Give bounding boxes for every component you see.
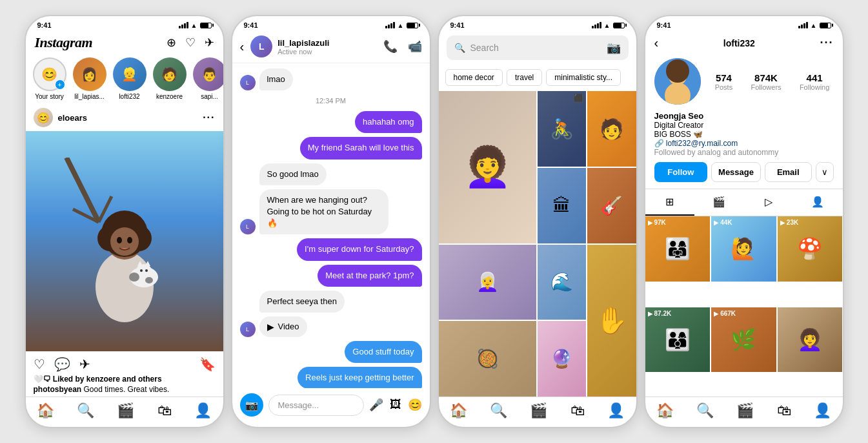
story-item-1[interactable]: 👩 lil_lapias... [72,57,107,100]
camera-button[interactable]: 📷 [240,393,263,417]
mic-icon[interactable]: 🎤 [369,398,383,412]
add-icon[interactable]: ⊕ [167,36,176,50]
like-button[interactable]: ♡ [34,356,45,372]
phones-container: 9:41 ▲ Instagram ⊕ ♡ ✈ [12,2,857,441]
tab-saved[interactable]: 👤 [793,189,843,216]
video-bubble[interactable]: ▶ Video [259,316,307,337]
nav-home-4[interactable]: 🏠 [656,402,674,419]
nav-shop-3[interactable]: 🛍 [570,402,585,419]
profile-back-button[interactable]: ‹ [654,36,659,50]
nav-shop-4[interactable]: 🛍 [777,402,791,419]
grid-cell-1[interactable]: 👩‍🦱 [439,91,536,243]
tab-grid[interactable]: ⊞ [645,189,695,216]
your-story-item[interactable]: 😊 + Your story [32,57,67,100]
image-icon[interactable]: 🖼 [390,398,401,412]
nav-search-3[interactable]: 🔍 [490,402,507,419]
profile-grid-cell-4[interactable]: 👨‍👩‍👦 ▶87.2K [645,307,711,373]
story-item-2[interactable]: 👱 lofti232 [112,57,147,100]
email-button[interactable]: Email [765,162,812,182]
voice-call-button[interactable]: 📞 [383,39,398,54]
grid-cell-10[interactable]: 🔮 [538,321,587,397]
phone-profile: 9:41 ▲ ‹ lofti232 ··· [644,15,844,428]
grid-cell-6[interactable]: 👩‍🦳 [439,245,536,320]
signal-icon-4 [798,22,808,28]
time-2: 9:41 [244,21,258,29]
save-button[interactable]: 🔖 [199,356,216,372]
wifi-icon-2: ▲ [398,22,404,29]
instagram-logo: Instagram [35,34,93,51]
grid-cell-8[interactable]: ✋ [587,245,636,397]
emoji-icon[interactable]: 😊 [408,398,422,412]
tab-reels[interactable]: 🎬 [694,189,744,216]
nav-profile-4[interactable]: 👤 [814,402,831,419]
filter-tab-travel[interactable]: travel [507,69,542,86]
story-item-4[interactable]: 👨 sapi... [192,57,223,100]
message-row-0: L lmao [240,68,422,90]
share-button[interactable]: ✈ [79,356,90,372]
story-item-3[interactable]: 🧑 kenzoere [152,57,187,100]
nav-search-4[interactable]: 🔍 [696,402,714,419]
phone-dm: 9:41 ▲ ‹ L lil_lapislazuli Active now [231,15,431,428]
dm-icon[interactable]: ✈ [205,36,214,50]
battery-icon-3 [613,23,625,28]
bottom-nav-4: 🏠 🔍 🎬 🛍 👤 [645,397,843,427]
more-icon[interactable]: ··· [203,112,215,123]
profile-grid-cell-5[interactable]: 🌿 ▶667K [711,307,776,373]
tab-tagged[interactable]: ▷ [744,189,794,216]
grid-cell-7[interactable]: 🌊 [538,245,587,320]
story-avatar-1: 👩 [73,57,106,91]
profile-more-button[interactable]: ··· [820,36,833,50]
nav-home-3[interactable]: 🏠 [450,402,467,419]
post-avatar: 😊 [34,108,53,127]
chevron-button[interactable]: ∨ [816,162,834,182]
grid-cell-3[interactable]: 🧑 [587,91,636,167]
reel-play-3: ▶23K [780,219,798,226]
message-button[interactable]: Message [711,162,761,182]
nav-profile-3[interactable]: 👤 [607,402,625,419]
heart-icon[interactable]: ♡ [185,36,196,50]
profile-grid-cell-1[interactable]: 👨‍👩‍👧 ▶97K [645,216,711,282]
nav-shop[interactable]: 🛍 [157,402,172,419]
video-call-button[interactable]: 📹 [408,39,422,54]
stat-followers: 874K Followers [751,72,781,91]
dm-user-info[interactable]: L lil_lapislazuli Active now [250,36,376,57]
profile-grid-cell-3[interactable]: 🍄 ▶23K [778,216,843,282]
post-user[interactable]: 😊 eloears [34,108,88,127]
profile-grid-cell-2[interactable]: 🙋 ▶44K [711,216,776,282]
nav-profile[interactable]: 👤 [194,402,212,419]
profile-grid: 👨‍👩‍👧 ▶97K 🙋 ▶44K 🍄 ▶23K 👨‍👩‍👦 ▶87.2K 🌿 … [645,216,843,397]
profile-info: 574 Posts 874K Followers 441 Following [645,56,843,111]
video-label: Video [278,322,299,331]
message-row-4: So good lmao [240,163,422,185]
nav-reels[interactable]: 🎬 [117,402,134,419]
message-bubble-4: So good lmao [259,163,327,185]
bio-boss: BIG BOSS 🦋 [654,130,834,139]
grid-cell-9[interactable]: 🥘 [439,321,536,397]
followers-label: Followers [751,83,781,91]
nav-reels-4[interactable]: 🎬 [736,402,754,419]
message-row-2: hahahah omg [240,111,422,133]
grid-cell-5[interactable]: 🎸 [587,168,636,243]
bio-email[interactable]: 🔗 lofti232@ry.mail.com [654,139,834,148]
search-bar[interactable]: 🔍 Search 📷 [447,36,629,60]
add-story-button[interactable]: + [55,79,65,90]
grid-cell-4[interactable]: 🏛 [538,168,587,243]
status-icons-3: ▲ [592,22,625,29]
back-button[interactable]: ‹ [240,39,245,54]
nav-home[interactable]: 🏠 [37,402,54,419]
grid-cell-2[interactable]: 🚴 ⬛ [538,91,587,167]
story-avatar-3: 🧑 [153,57,187,91]
follow-button[interactable]: Follow [654,162,708,182]
filter-tab-home-decor[interactable]: home decor [445,69,503,86]
filter-tab-minimalistic[interactable]: minimalistic sty... [546,69,621,86]
nav-search[interactable]: 🔍 [77,402,94,419]
message-timestamp: 12:34 PM [240,97,422,105]
profile-grid-cell-6[interactable]: 👩‍🦱 [778,307,843,373]
message-row-9: L ▶ Video [240,316,422,337]
search-camera-icon[interactable]: 📷 [607,41,621,55]
search-input-text[interactable]: Search [470,43,601,53]
story-label-2: lofti232 [112,93,147,100]
nav-reels-3[interactable]: 🎬 [530,402,547,419]
message-input[interactable]: Message... [268,395,364,416]
comment-button[interactable]: 💬 [54,356,70,372]
